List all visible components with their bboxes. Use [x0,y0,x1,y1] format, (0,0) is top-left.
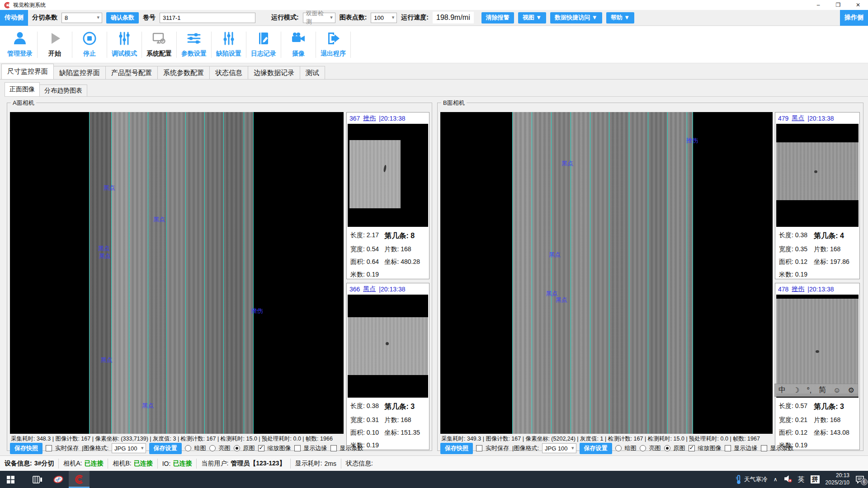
image-defect-label: 黑点 [99,252,111,260]
defect-type-link[interactable]: 挫伤 [792,285,804,293]
help-menu-button[interactable]: 帮助 ▼ [606,12,634,23]
realtime-save-checkbox[interactable] [46,445,52,451]
show-edges-checkbox[interactable] [294,445,301,451]
strip-count-select[interactable]: 8 [61,13,102,23]
data-quick-access-button[interactable]: 数据快捷访问 ▼ [550,12,602,23]
ime-settings-gear-icon[interactable]: ⚙ [848,386,854,394]
action-center-button[interactable]: 6 [855,475,864,483]
snipping-tool-button[interactable]: ✂ [48,471,69,488]
clear-alarm-button[interactable]: 清除报警 [481,12,514,23]
defect-type-link[interactable]: 黑点 [792,114,804,122]
toolbar-stop[interactable]: 停止 [72,26,107,58]
current-user: 当前用户:管理员【123-123】 [197,459,290,469]
confirm-count-button[interactable]: 确认条数 [106,12,139,23]
show-strips-checkbox[interactable] [330,445,337,451]
thermometer-icon [735,475,742,484]
defect-thumbnail[interactable] [348,295,428,398]
language-indicator[interactable]: 英 [798,475,805,484]
show-edges-checkbox[interactable] [725,445,731,451]
dark-image-radio[interactable] [185,445,191,451]
tab-status-info[interactable]: 状态信息 [209,66,248,79]
ime-halfmoon-button[interactable]: ☽ [793,386,799,394]
defect-type-link[interactable]: 黑点 [363,285,376,293]
defect-thumbnail[interactable] [776,124,859,227]
run-mode-select[interactable]: 双面检测 [303,13,335,23]
ime-emoji-button[interactable]: ☺ [833,386,840,394]
exit-icon [325,30,341,48]
defect-thumbnail[interactable] [776,295,859,398]
dark-image-radio[interactable] [615,445,622,451]
camera-a-image[interactable]: 黑点黑点黑点黑点挫伤黑点黑点 [10,112,344,434]
ime-simplified-button[interactable]: 简 [819,385,826,395]
app-logo-icon [74,474,84,484]
start-button[interactable] [0,471,21,488]
original-image-radio[interactable] [234,445,240,451]
realtime-save-checkbox[interactable] [476,445,482,451]
sub-tab-bar: 正面图像 分布趋势图表 [5,80,868,97]
camera-b-image[interactable]: 挫伤黑点黑点黑点黑点 [440,112,773,434]
ime-punctuation-button[interactable]: °, [807,386,811,394]
ime-mode-indicator[interactable]: 拼 [811,475,820,483]
bright-image-radio[interactable] [640,445,646,451]
image-defect-label: 挫伤 [686,136,698,145]
tab-defect-monitor[interactable]: 缺陷监控界面 [53,66,106,79]
tab-edge-data[interactable]: 边缘数据记录 [248,66,300,79]
image-defect-label: 挫伤 [251,307,263,315]
tab-size-monitor[interactable]: 尺寸监控界面 [1,64,54,79]
toolbar-start[interactable]: 开始 [38,26,72,58]
operator-side-button[interactable]: 操作侧 [840,10,868,26]
save-snapshot-button[interactable]: 保存快照 [440,443,473,454]
vision-app-taskbar-button[interactable] [69,471,90,488]
defect-width: 宽度: 0.21 [779,416,814,424]
tray-expand-chevron[interactable]: ∧ [774,476,778,483]
scissors-icon: ✂ [53,474,64,485]
toolbar-camera[interactable]: 摄像 [281,26,316,58]
toolbar-admin-login[interactable]: 管理登录 [3,26,37,58]
task-view-button[interactable] [27,471,48,488]
toolbar-system-config[interactable]: 系统配置 [142,26,176,58]
camera-b-controls: 保存快照 实时保存 |图像格式: JPG 100 保存设置 暗图 亮图 原图 缩… [440,442,794,454]
ime-toolbar: 中 ☽ °, 简 ☺ ⚙ [774,384,859,397]
toolbar-defect-settings[interactable]: 缺陷设置 [212,26,246,58]
zoom-image-checkbox[interactable] [258,445,264,451]
defect-type-link[interactable]: 挫伤 [363,114,376,122]
defect-thumbnail[interactable] [348,124,428,227]
toolbar-param-settings[interactable]: 参数设置 [177,26,211,58]
chart-points-select[interactable]: 100 [371,13,397,23]
taskbar-clock[interactable]: 20:13 2025/2/10 [826,472,849,486]
volume-muted-icon[interactable] [783,475,792,484]
ime-lang-button[interactable]: 中 [778,385,786,395]
camera-b-status: 相机B:已连接 [108,459,157,469]
bright-image-radio[interactable] [209,445,216,451]
subtab-front-image[interactable]: 正面图像 [5,82,40,96]
toolbar-log-record[interactable]: 日志记录 [246,26,281,58]
original-image-radio[interactable] [664,445,670,451]
weather-widget[interactable]: 天气寒冷 [735,475,768,484]
tab-product-model[interactable]: 产品型号配置 [105,66,158,79]
save-snapshot-button[interactable]: 保存快照 [10,443,42,454]
drive-side-button[interactable]: 传动侧 [0,10,28,26]
image-format-select[interactable]: JPG 100 [112,443,146,453]
tab-test[interactable]: 测试 [300,66,325,79]
toolbar-exit[interactable]: 退出程序 [316,26,350,58]
minimize-button[interactable]: – [808,0,828,10]
subtab-trend-chart[interactable]: 分布趋势图表 [39,84,87,96]
image-defect-label: 黑点 [104,184,115,192]
save-settings-button[interactable]: 保存设置 [580,443,612,454]
image-defect-label: 黑点 [142,402,154,410]
main-tab-bar: 尺寸监控界面 缺陷监控界面 产品型号配置 系统参数配置 状态信息 边缘数据记录 … [0,63,868,80]
debug-sliders-icon [116,30,132,48]
defect-length: 长度: 2.17 [350,231,384,241]
toolbar-debug-mode[interactable]: 调试模式 [107,26,142,58]
save-settings-button[interactable]: 保存设置 [149,443,182,454]
image-format-select[interactable]: JPG 100 [542,443,576,453]
show-strips-checkbox[interactable] [761,445,767,451]
view-menu-button[interactable]: 视图 ▼ [518,12,546,23]
window-title: 视觉检测系统 [13,1,46,9]
restore-button[interactable]: ❐ [828,0,848,10]
zoom-image-checkbox[interactable] [689,445,695,451]
defect-time: |20:13:38 [807,286,834,293]
tab-system-params[interactable]: 系统参数配置 [157,66,210,79]
roll-number-input[interactable]: 3117-1 [160,13,255,23]
close-button[interactable]: ✕ [848,0,868,10]
